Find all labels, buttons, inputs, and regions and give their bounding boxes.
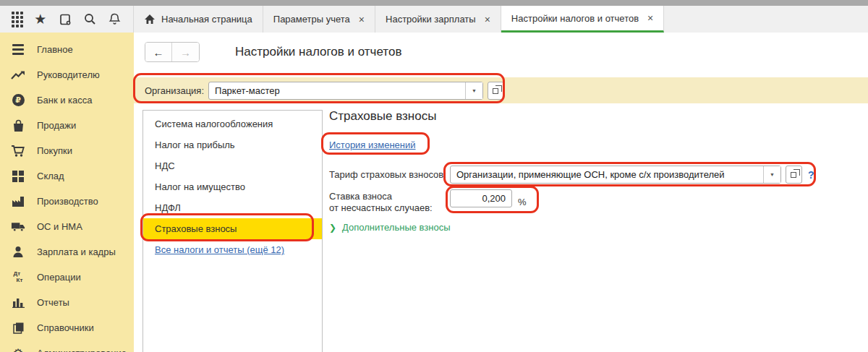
sidebar-item-sales[interactable]: Продажи: [0, 113, 134, 138]
tax-nav-item-taxation-system[interactable]: Система налогообложения: [143, 113, 322, 134]
search-icon: [83, 12, 97, 26]
app-window: ★ Начальна: [0, 0, 868, 352]
menu-icon: [11, 43, 25, 57]
tariff-label: Тариф страховых взносов:: [329, 169, 450, 180]
cart-icon: [11, 144, 25, 158]
accident-rate-input[interactable]: [450, 189, 512, 207]
tab-close-icon[interactable]: ×: [359, 14, 365, 25]
sidebar-item-label: Покупки: [37, 145, 72, 156]
organization-input[interactable]: [209, 82, 465, 99]
main-area: ← → Настройки налогов и отчетов Организа…: [134, 33, 868, 352]
page-header: ← → Настройки налогов и отчетов: [134, 33, 868, 77]
boxes-icon: [11, 169, 25, 184]
tab-label: Настройки зарплаты: [386, 14, 476, 25]
tab-label: Настройки налогов и отчетов: [511, 13, 639, 24]
sidebar-item-label: Операции: [37, 272, 81, 283]
rate-field-row: Ставка взноса от несчастных случаев: %: [329, 189, 527, 214]
forward-button[interactable]: →: [172, 43, 199, 61]
factory-icon: [11, 194, 25, 209]
sidebar-item-salary-hr[interactable]: Зарплата и кадры: [0, 239, 134, 265]
percent-label: %: [518, 197, 527, 207]
tax-nav-item-all-taxes-link[interactable]: Все налоги и отчеты (ещё 12): [143, 239, 322, 260]
ruble-icon: ₽: [11, 93, 25, 108]
person-icon: [11, 245, 25, 259]
history-button[interactable]: [58, 12, 72, 27]
star-icon: ★: [34, 12, 46, 26]
search-button[interactable]: [83, 12, 97, 26]
sidebar-item-production[interactable]: Производство: [0, 189, 134, 214]
main-toolbar: ★ Начальна: [0, 6, 868, 33]
rate-label: Ставка взноса от несчастных случаев:: [329, 189, 450, 214]
page-title: Настройки налогов и отчетов: [235, 45, 401, 59]
organization-label: Организация:: [145, 85, 204, 96]
chevron-down-icon[interactable]: ▼: [763, 166, 780, 183]
sidebar-item-label: Банк и касса: [37, 95, 93, 106]
chevron-down-icon[interactable]: ▼: [465, 82, 482, 99]
home-icon: [144, 14, 156, 25]
sidebar-item-label: Справочники: [37, 322, 94, 333]
sidebar-item-manager[interactable]: Руководителю: [0, 62, 134, 87]
tab-home[interactable]: Начальная страница: [134, 6, 263, 33]
section-heading: Страховые взносы: [329, 109, 436, 124]
history-link[interactable]: История изменений: [329, 139, 416, 150]
tab-taxes-reports[interactable]: Настройки налогов и отчетов ×: [501, 6, 664, 33]
sidebar-item-label: Продажи: [37, 120, 76, 131]
main-menu-button[interactable]: [12, 12, 23, 27]
tariff-combobox[interactable]: ▼: [450, 166, 781, 184]
back-button[interactable]: ←: [145, 43, 172, 61]
sidebar-item-label: Главное: [37, 44, 73, 55]
window-title-strip: [0, 0, 868, 6]
gear-icon: ⚙: [11, 346, 25, 352]
tariff-open-button[interactable]: [786, 166, 802, 184]
bell-icon: [108, 12, 122, 26]
truck-icon: [11, 220, 25, 234]
tariff-field-row: Тариф страховых взносов: ▼ ?: [329, 166, 814, 184]
organization-bar: Организация: ▼: [134, 77, 868, 103]
sidebar-item-main[interactable]: Главное: [0, 37, 134, 62]
open-form-icon: [493, 88, 498, 94]
tax-sections-panel: Система налогообложения Налог на прибыль…: [142, 110, 323, 352]
tab-accounting-params[interactable]: Параметры учета ×: [263, 6, 375, 33]
sidebar-item-warehouse[interactable]: Склад: [0, 163, 134, 189]
organization-combobox[interactable]: ▼: [208, 82, 483, 100]
sidebar-item-label: Производство: [37, 196, 98, 207]
additional-contributions-label: Дополнительные взносы: [342, 222, 451, 233]
trend-icon: [11, 68, 25, 82]
tax-nav-item-vat[interactable]: НДС: [143, 155, 322, 176]
sidebar-item-operations[interactable]: ДтКт Операции: [0, 265, 134, 290]
sidebar-item-directories[interactable]: Справочники: [0, 315, 134, 340]
books-icon: [11, 321, 25, 335]
sidebar-item-label: Руководителю: [37, 69, 100, 80]
tax-nav-item-profit-tax[interactable]: Налог на прибыль: [143, 134, 322, 155]
sidebar-item-purchases[interactable]: Покупки: [0, 138, 134, 163]
tax-nav-item-insurance-contributions[interactable]: Страховые взносы: [143, 218, 322, 239]
sidebar-item-reports[interactable]: Отчеты: [0, 290, 134, 315]
sidebar-item-label: Администрирование: [37, 348, 127, 352]
workspace: Система налогообложения Налог на прибыль…: [134, 103, 868, 352]
tax-nav-item-ndfl[interactable]: НДФЛ: [143, 197, 322, 218]
additional-contributions-toggle[interactable]: ❯ Дополнительные взносы: [329, 222, 451, 233]
sidebar-item-label: Отчеты: [37, 297, 69, 308]
tab-bar: Начальная страница Параметры учета × Нас…: [134, 6, 868, 33]
tab-close-icon[interactable]: ×: [485, 14, 490, 25]
tax-nav-item-property-tax[interactable]: Налог на имущество: [143, 176, 322, 197]
tab-label: Параметры учета: [273, 14, 350, 25]
sidebar-item-bank-cash[interactable]: ₽ Банк и касса: [0, 87, 134, 113]
sidebar-item-label: ОС и НМА: [37, 221, 82, 232]
sidebar-item-administration[interactable]: ⚙ Администрирование: [0, 340, 134, 352]
organization-open-button[interactable]: [488, 82, 504, 100]
tab-salary-settings[interactable]: Настройки зарплаты ×: [375, 6, 501, 33]
history-scroll-icon: [58, 12, 72, 27]
tariff-input[interactable]: [451, 166, 763, 183]
service-icons: ★: [0, 6, 134, 33]
chart-icon: [11, 296, 25, 310]
chevron-right-icon: ❯: [329, 223, 336, 233]
sections-sidebar: Главное Руководителю ₽ Банк и касса Прод…: [0, 33, 134, 352]
help-link[interactable]: ?: [808, 169, 814, 181]
sidebar-item-fixed-assets[interactable]: ОС и НМА: [0, 214, 134, 239]
bag-icon: [11, 119, 25, 133]
dtkt-icon: ДтКт: [11, 270, 25, 285]
notifications-button[interactable]: [108, 12, 122, 26]
favorites-button[interactable]: ★: [34, 12, 46, 26]
tab-close-icon[interactable]: ×: [647, 13, 653, 23]
